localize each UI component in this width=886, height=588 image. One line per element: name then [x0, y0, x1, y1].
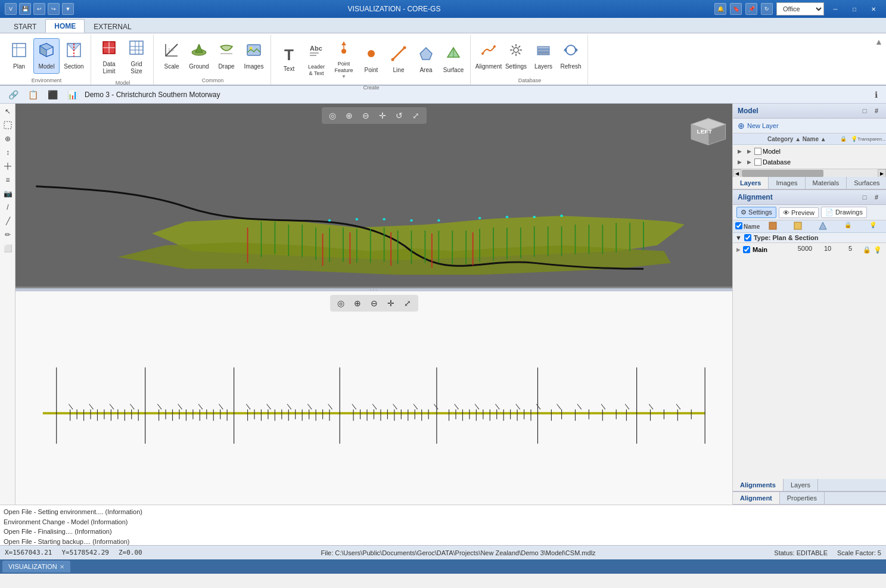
project-icon1[interactable]: 🔗 — [6, 89, 21, 101]
layers-button[interactable]: Layers — [530, 38, 557, 74]
scale-button[interactable]: 1:5 Scale — [158, 38, 185, 74]
section-button[interactable]: Section — [61, 38, 87, 74]
settings-button[interactable]: Settings — [503, 38, 529, 74]
fullscreen-icon[interactable]: ⤢ — [409, 108, 423, 123]
select-box-tool[interactable] — [1, 119, 14, 132]
line-button[interactable]: Line — [386, 42, 412, 77]
orbit-icon[interactable]: ◎ — [325, 108, 340, 123]
layer-item-database[interactable]: ▶ ▶ Database — [733, 157, 886, 167]
help-reload-icon[interactable]: ↻ — [761, 3, 773, 15]
section-pan-icon[interactable]: ✛ — [384, 296, 398, 310]
tool8[interactable]: / — [1, 201, 14, 214]
alignment-row-main[interactable]: ▶ Main 5000 10 5 🔒 💡 — [733, 243, 886, 257]
pin-icon[interactable]: 📌 — [745, 3, 757, 15]
reset-icon[interactable]: ↺ — [392, 108, 406, 123]
text-button[interactable]: T Text — [276, 42, 302, 77]
tab-alignments[interactable]: Alignments — [733, 479, 784, 491]
tab-alignment-sub[interactable]: Alignment — [733, 492, 780, 504]
database-expand-arrow[interactable]: ▶ — [735, 158, 744, 166]
project-info-icon[interactable]: ℹ — [872, 89, 880, 101]
view-section[interactable]: ◎ ⊕ ⊖ ✛ ⤢ — [15, 291, 732, 505]
hscroll-right[interactable]: ▶ — [878, 169, 886, 178]
save-icon[interactable]: 💾 — [19, 3, 31, 15]
hscroll-thumb[interactable] — [742, 170, 823, 177]
view-3d[interactable]: ◎ ⊕ ⊖ ✛ ↺ ⤢ — [15, 104, 732, 288]
tool11[interactable]: ⬜ — [1, 242, 14, 255]
pan-icon[interactable]: ✛ — [375, 108, 390, 123]
align-settings-button[interactable]: ⚙ Settings — [736, 207, 776, 218]
tab-home[interactable]: HOME — [45, 19, 85, 33]
section-zoomout-icon[interactable]: ⊖ — [367, 296, 381, 310]
align-all-checkbox[interactable] — [735, 222, 742, 229]
tool10[interactable]: ✏ — [1, 228, 14, 241]
maximize-button[interactable]: □ — [847, 3, 862, 15]
surface-button[interactable]: Surface — [440, 42, 467, 77]
tool7[interactable]: 📷 — [1, 187, 14, 200]
leader-text-button[interactable]: Abc Leader& Text — [303, 40, 329, 79]
point-feature-button[interactable]: PointFeature ▼ — [331, 37, 357, 82]
align-drawings-button[interactable]: 📄 Drawings — [821, 207, 867, 218]
point-button[interactable]: Point — [358, 42, 384, 77]
refresh-button[interactable]: Refresh — [558, 38, 584, 74]
align-preview-button[interactable]: 👁 Preview — [779, 207, 819, 218]
minimize-button[interactable]: ─ — [828, 3, 843, 15]
model-checkbox[interactable] — [754, 148, 761, 155]
tool9[interactable]: ╱ — [1, 214, 14, 228]
layer-item-model[interactable]: ▶ ▶ Model — [733, 146, 886, 157]
row-expand-icon[interactable]: ▶ — [736, 247, 741, 253]
close-button[interactable]: ✕ — [866, 3, 881, 15]
drape-button[interactable]: Drape — [213, 38, 240, 74]
tool4[interactable]: ↕ — [1, 146, 14, 159]
zoom-in-icon[interactable]: ⊕ — [342, 108, 356, 123]
main-checkbox[interactable] — [743, 246, 750, 253]
tab-external[interactable]: EXTERNAL — [85, 20, 140, 33]
project-icon4[interactable]: 📊 — [65, 89, 80, 101]
tab-surfaces[interactable]: Surfaces — [847, 177, 886, 189]
area-button[interactable]: Area — [413, 42, 439, 77]
plan-button[interactable]: Plan — [6, 38, 32, 74]
tab-layers[interactable]: Layers — [733, 177, 769, 189]
database-checkbox[interactable] — [754, 158, 761, 166]
data-limit-button[interactable]: Data Limit — [96, 37, 122, 77]
bookmark-icon[interactable]: 🔖 — [730, 3, 742, 15]
tab-start[interactable]: START — [5, 20, 45, 33]
section-fullscreen-icon[interactable]: ⤢ — [400, 296, 415, 310]
model-hscroll[interactable]: ◀ ▶ — [733, 169, 886, 177]
model-expand-arrow[interactable]: ▶ — [735, 147, 744, 155]
section-zoomin-icon[interactable]: ⊕ — [350, 296, 365, 310]
tab-layers-align[interactable]: Layers — [784, 479, 818, 491]
tab-materials[interactable]: Materials — [806, 177, 847, 189]
ground-button[interactable]: Ground — [186, 38, 212, 74]
alignment-panel-restore[interactable]: □ — [860, 192, 869, 202]
tool6[interactable]: ≡ — [1, 173, 14, 186]
section-orbit-icon[interactable]: ◎ — [334, 296, 348, 310]
database-expand2[interactable]: ▶ — [745, 158, 753, 166]
hscroll-left[interactable]: ◀ — [733, 169, 741, 178]
tool5[interactable] — [1, 160, 14, 173]
tab-images[interactable]: Images — [769, 177, 805, 189]
section-check[interactable] — [744, 234, 751, 241]
ribbon-collapse-icon[interactable]: ▲ — [874, 37, 884, 46]
project-icon3[interactable]: ⬛ — [45, 89, 60, 101]
model-button[interactable]: Model — [33, 38, 60, 74]
project-icon2[interactable]: 📋 — [26, 89, 41, 101]
model-panel-restore[interactable]: □ — [860, 106, 869, 116]
model-panel-pin[interactable]: # — [872, 106, 881, 116]
select-tool[interactable]: ↖ — [1, 105, 14, 118]
model-expand2[interactable]: ▶ — [745, 147, 753, 155]
alignment-button[interactable]: Alignment — [475, 38, 502, 74]
section-expand-icon[interactable]: ▼ — [735, 234, 742, 241]
office-dropdown[interactable]: Office — [776, 2, 824, 15]
app-tab-close-icon[interactable]: ✕ — [60, 564, 64, 570]
tool3[interactable]: ⊕ — [1, 132, 14, 145]
app-tab-visualization[interactable]: VISUALIZATION ✕ — [2, 561, 70, 573]
new-layer-button[interactable]: ⊕ New Layer — [733, 119, 886, 133]
alignment-panel-pin[interactable]: # — [872, 192, 881, 202]
undo-icon[interactable]: ↩ — [33, 3, 45, 15]
images-button[interactable]: Images — [241, 38, 267, 74]
grid-size-button[interactable]: Grid Size — [123, 37, 150, 77]
tab-properties[interactable]: Properties — [780, 492, 825, 504]
menu-icon[interactable]: ▼ — [62, 3, 74, 15]
redo-icon[interactable]: ↪ — [48, 3, 60, 15]
zoom-out-icon[interactable]: ⊖ — [359, 108, 373, 123]
